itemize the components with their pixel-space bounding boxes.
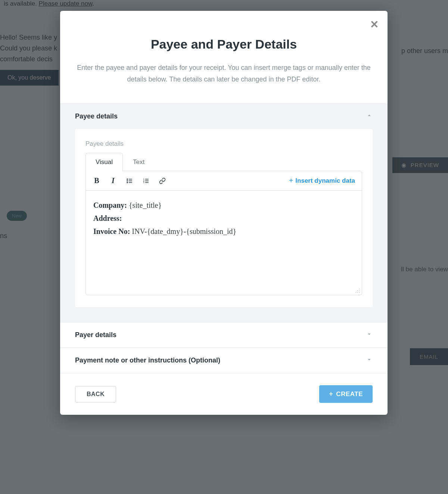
accordion-payment-note-title: Payment note or other instructions (Opti… <box>75 356 220 364</box>
svg-point-2 <box>127 180 128 181</box>
company-value: {site_title} <box>129 201 162 209</box>
close-button[interactable]: ✕ <box>370 18 379 31</box>
tab-text[interactable]: Text <box>123 153 155 171</box>
accordion-payer-title: Payer details <box>75 331 116 339</box>
create-button-label: CREATE <box>336 390 363 398</box>
svg-point-17 <box>355 292 356 293</box>
create-button[interactable]: + CREATE <box>319 385 373 403</box>
svg-point-12 <box>359 288 360 289</box>
accordion-payee: Payee details Payee details Visual Text … <box>60 104 388 322</box>
svg-point-0 <box>127 179 128 179</box>
close-icon: ✕ <box>370 19 379 30</box>
bullet-list-icon <box>126 177 133 184</box>
chevron-down-icon <box>366 331 373 339</box>
svg-point-13 <box>359 290 360 291</box>
svg-point-14 <box>359 292 360 293</box>
editor-panel: Payee details Visual Text B I <box>75 129 373 307</box>
invoice-value: INV-{date_dmy}-{submission_id} <box>132 227 236 235</box>
accordion-payee-title: Payee details <box>75 112 118 120</box>
numbered-list-icon: 1 2 3 <box>143 177 149 184</box>
svg-point-15 <box>357 290 358 291</box>
bold-icon: B <box>94 176 99 185</box>
accordion-payment-note: Payment note or other instructions (Opti… <box>60 348 388 373</box>
bullet-list-button[interactable] <box>125 177 134 185</box>
modal-title: Payee and Payer Details <box>75 37 373 52</box>
modal-subtitle: Enter the payee and payer details for yo… <box>77 62 371 85</box>
editor-content-area[interactable]: Company: {site_title} Address: Invoice N… <box>85 191 362 295</box>
svg-point-4 <box>127 182 128 183</box>
editor-toolbar: B I <box>85 171 362 191</box>
plus-icon: + <box>329 390 333 398</box>
link-icon <box>159 177 166 184</box>
svg-point-16 <box>357 292 358 293</box>
modal-header: Payee and Payer Details Enter the payee … <box>60 11 388 104</box>
company-label: Company: <box>93 201 127 209</box>
accordion-payer-header[interactable]: Payer details <box>60 322 388 348</box>
editor-tabs: Visual Text <box>85 153 362 171</box>
chevron-down-icon <box>366 356 373 365</box>
back-button[interactable]: BACK <box>75 386 116 402</box>
plus-icon: + <box>289 176 293 185</box>
modal-footer: BACK + CREATE <box>60 373 388 415</box>
address-label: Address: <box>93 214 122 222</box>
accordion-payment-note-header[interactable]: Payment note or other instructions (Opti… <box>60 348 388 373</box>
numbered-list-button[interactable]: 1 2 3 <box>142 177 150 185</box>
svg-text:3: 3 <box>143 181 144 183</box>
italic-button[interactable]: I <box>109 177 117 185</box>
link-button[interactable] <box>158 177 167 185</box>
editor-label: Payee details <box>85 140 362 148</box>
tab-visual[interactable]: Visual <box>85 153 123 171</box>
insert-dynamic-data-button[interactable]: + Insert dynamic data <box>289 176 355 185</box>
insert-dynamic-label: Insert dynamic data <box>295 177 355 185</box>
italic-icon: I <box>112 176 115 185</box>
bold-button[interactable]: B <box>93 177 101 185</box>
accordion-payee-body: Payee details Visual Text B I <box>60 129 388 322</box>
payee-payer-modal: ✕ Payee and Payer Details Enter the paye… <box>60 11 388 415</box>
accordion-payer: Payer details <box>60 322 388 348</box>
chevron-up-icon <box>366 112 373 121</box>
accordion-payee-header[interactable]: Payee details <box>60 104 388 129</box>
toolbar-left: B I <box>93 177 167 185</box>
invoice-label: Invoice No: <box>93 227 130 235</box>
resize-handle-icon[interactable] <box>355 288 360 293</box>
